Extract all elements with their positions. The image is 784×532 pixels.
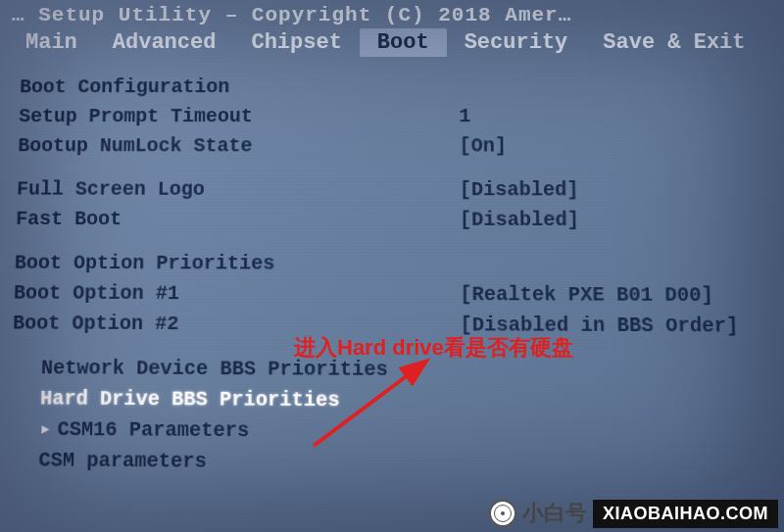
boot-option-1-value: [Realtek PXE B01 D00]	[460, 279, 780, 311]
numlock-value: [On]	[459, 131, 775, 162]
boot-priorities-heading: Boot Option Priorities	[14, 248, 779, 280]
tab-boot[interactable]: Boot	[360, 28, 447, 57]
svg-line-0	[314, 372, 412, 446]
numlock-label: Bootup NumLock State	[18, 131, 460, 161]
fullscreen-logo-row[interactable]: Full Screen Logo [Disabled]	[17, 174, 778, 206]
tab-chipset[interactable]: Chipset	[233, 28, 360, 57]
fullscreen-logo-value: [Disabled]	[460, 175, 778, 206]
setup-prompt-timeout-value: 1	[459, 102, 775, 131]
setup-prompt-timeout-label: Setup Prompt Timeout	[19, 102, 460, 131]
fast-boot-row[interactable]: Fast Boot [Disabled]	[16, 205, 778, 236]
watermark-name-cn: 小白号	[522, 499, 587, 528]
annotation-text: 进入Hard drive看是否有硬盘	[294, 333, 573, 363]
bios-titlebar: … Setup Utility – Copyright (C) 2018 Ame…	[0, 0, 784, 26]
tab-security[interactable]: Security	[447, 28, 586, 57]
tab-advanced[interactable]: Advanced	[95, 28, 234, 57]
bios-menubar: Main Advanced Chipset Boot Security Save…	[0, 26, 784, 63]
tab-save-exit[interactable]: Save & Exit	[585, 28, 763, 57]
boot-config-heading: Boot Configuration	[20, 73, 774, 103]
fast-boot-value: [Disabled]	[460, 205, 778, 235]
fast-boot-label: Fast Boot	[16, 205, 460, 235]
setup-prompt-timeout-row[interactable]: Setup Prompt Timeout 1	[19, 102, 775, 131]
boot-option-1-row[interactable]: Boot Option #1 [Realtek PXE B01 D00]	[13, 278, 780, 312]
boot-option-1-label: Boot Option #1	[13, 278, 460, 310]
watermark-logo-icon	[489, 500, 516, 527]
watermark-url: XIAOBAIHAO.COM	[593, 500, 778, 528]
annotation-arrow-icon	[304, 358, 441, 456]
numlock-row[interactable]: Bootup NumLock State [On]	[18, 131, 776, 162]
watermark: 小白号 XIAOBAIHAO.COM	[489, 499, 778, 528]
tab-main[interactable]: Main	[8, 28, 95, 57]
fullscreen-logo-label: Full Screen Logo	[17, 174, 460, 205]
